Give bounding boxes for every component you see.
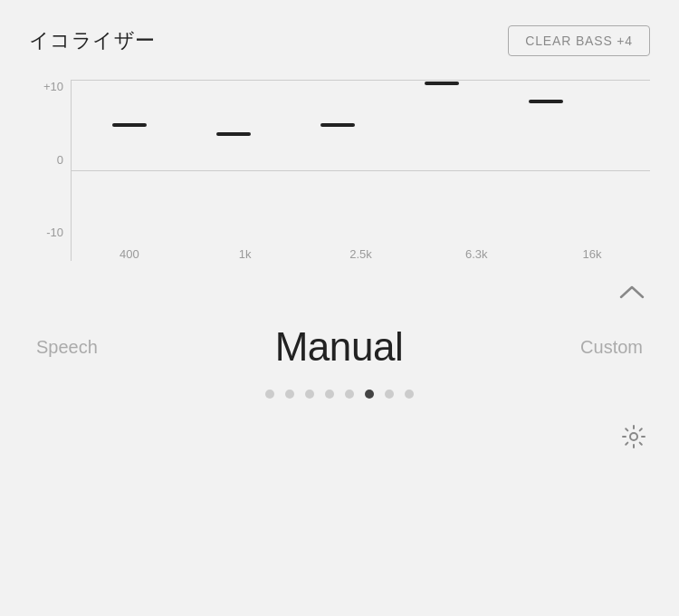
eq-bar-2-5k[interactable] <box>320 123 355 127</box>
eq-bar-6-3k[interactable] <box>425 82 459 85</box>
x-label-2-5k: 2.5k <box>303 247 419 261</box>
dot-4[interactable] <box>325 390 334 399</box>
x-label-6-3k: 6.3k <box>418 247 534 261</box>
chevron-up-button[interactable] <box>617 277 646 306</box>
mode-custom[interactable]: Custom <box>580 337 643 358</box>
eq-chart-container: +10 0 -10 400 <box>29 80 650 261</box>
grid-line-plus10 <box>72 80 650 81</box>
y-label-plus10: +10 <box>43 80 63 93</box>
mode-selector: Speech Manual Custom <box>0 306 679 370</box>
x-label-400: 400 <box>72 247 187 261</box>
eq-bar-400[interactable] <box>112 123 147 127</box>
x-label-16k: 16k <box>534 247 650 261</box>
dots-row <box>0 370 679 399</box>
svg-point-0 <box>630 433 637 440</box>
mode-speech[interactable]: Speech <box>36 337 98 358</box>
dot-5[interactable] <box>345 390 354 399</box>
dot-7[interactable] <box>385 390 394 399</box>
dot-2[interactable] <box>285 390 294 399</box>
y-axis: +10 0 -10 <box>29 80 71 261</box>
eq-chart: +10 0 -10 400 <box>29 80 650 261</box>
y-label-minus10: -10 <box>46 226 63 239</box>
mode-current: Manual <box>275 324 404 370</box>
clear-bass-button[interactable]: CLEAR BASS +4 <box>508 25 650 56</box>
dot-1[interactable] <box>265 390 274 399</box>
eq-bar-1k[interactable] <box>216 132 251 136</box>
dot-6[interactable] <box>365 390 374 399</box>
dot-8[interactable] <box>405 390 414 399</box>
page-title: イコライザー <box>29 27 156 54</box>
eq-bar-16k[interactable] <box>529 100 563 103</box>
grid-line-zero <box>72 170 650 171</box>
gear-icon <box>621 424 646 449</box>
y-label-zero: 0 <box>57 153 63 167</box>
x-axis-labels: 400 1k 2.5k 6.3k 16k <box>72 239 650 261</box>
x-label-1k: 1k <box>187 247 303 261</box>
chevron-up-icon <box>619 283 645 301</box>
chevron-area <box>0 261 679 306</box>
chart-area: 400 1k 2.5k 6.3k 16k <box>71 80 650 261</box>
settings-button[interactable] <box>621 424 646 449</box>
settings-area <box>0 399 679 449</box>
header: イコライザー CLEAR BASS +4 <box>0 0 679 71</box>
dot-3[interactable] <box>305 390 314 399</box>
